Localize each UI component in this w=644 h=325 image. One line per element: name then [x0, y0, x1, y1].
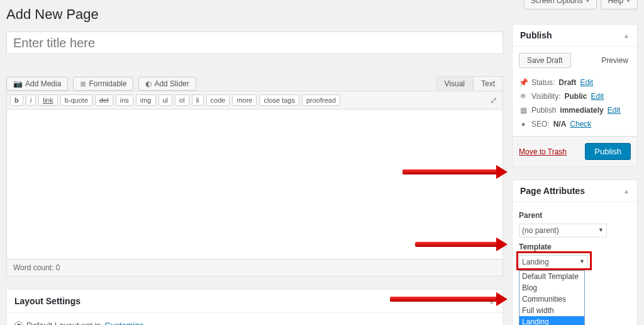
- template-option[interactable]: Communities: [519, 294, 584, 305]
- chevron-down-icon: ▼: [598, 227, 604, 233]
- publish-value: immediately: [560, 106, 603, 115]
- editor-toolbar: b i link b-quote del ins img ul ol li co…: [6, 91, 503, 110]
- chevron-down-icon: ▼: [585, 0, 590, 4]
- preview-button[interactable]: Preview: [599, 53, 631, 68]
- calendar-icon: ▦: [519, 106, 528, 115]
- pin-icon: 📌: [519, 78, 528, 87]
- page-attributes-title: Page Attributes: [520, 186, 585, 196]
- template-dropdown[interactable]: Default Template Blog Communities Full w…: [519, 270, 585, 325]
- visibility-label: Visibility:: [531, 92, 560, 101]
- code-button[interactable]: code: [206, 94, 230, 106]
- add-slider-label: Add Slider: [154, 79, 189, 88]
- formidable-button[interactable]: ≣ Formidable: [73, 77, 133, 91]
- template-option[interactable]: Full width: [519, 305, 584, 316]
- proofread-button[interactable]: proofread: [302, 94, 340, 106]
- bold-button[interactable]: b: [10, 94, 23, 106]
- publish-box: Publish ▲ Save Draft Preview 📌 Status: D…: [512, 24, 638, 167]
- template-option[interactable]: Blog: [519, 282, 584, 294]
- link-button[interactable]: link: [38, 94, 58, 106]
- formidable-label: Formidable: [89, 79, 126, 88]
- default-layout-label: Default Layout set in: [26, 321, 101, 325]
- status-edit-link[interactable]: Edit: [580, 78, 593, 87]
- publish-label: Publish: [531, 106, 556, 115]
- visibility-value: Public: [564, 92, 587, 101]
- publish-button[interactable]: Publish: [585, 143, 631, 160]
- ins-button[interactable]: ins: [116, 94, 133, 106]
- publish-edit-link[interactable]: Edit: [608, 106, 621, 115]
- editor-footer: Word count: 0: [6, 259, 503, 277]
- wordcount-label: Word count:: [13, 263, 53, 272]
- seo-label: SEO:: [531, 120, 550, 128]
- parent-value: (no parent): [522, 226, 559, 235]
- fullscreen-icon[interactable]: ⤢: [490, 95, 497, 105]
- collapse-icon[interactable]: ▲: [489, 298, 495, 305]
- slider-icon: ◐: [145, 79, 152, 88]
- status-label: Status:: [531, 78, 555, 87]
- layout-settings-title: Layout Settings: [14, 296, 80, 306]
- tab-text[interactable]: Text: [473, 76, 503, 91]
- blockquote-button[interactable]: b-quote: [60, 94, 92, 106]
- save-draft-button[interactable]: Save Draft: [519, 53, 571, 68]
- visibility-edit-link[interactable]: Edit: [591, 92, 604, 101]
- seo-value: N/A: [553, 120, 567, 128]
- page-title: Add New Page: [6, 0, 503, 31]
- form-icon: ≣: [80, 79, 86, 88]
- collapse-icon[interactable]: ▲: [623, 32, 630, 39]
- template-value: Landing: [522, 258, 549, 266]
- customize-link[interactable]: Customize: [105, 321, 143, 325]
- chevron-down-icon: ▼: [626, 0, 631, 4]
- seo-check-link[interactable]: Check: [570, 120, 591, 128]
- chevron-down-icon: ▼: [579, 258, 585, 265]
- img-button[interactable]: img: [136, 94, 156, 106]
- tab-visual[interactable]: Visual: [436, 76, 473, 91]
- more-button[interactable]: more: [232, 94, 257, 106]
- publish-title: Publish: [520, 30, 552, 40]
- template-label: Template: [519, 242, 631, 251]
- title-input[interactable]: [6, 31, 503, 54]
- eye-icon: 👁: [519, 92, 528, 101]
- help-button[interactable]: Help ▼: [601, 0, 638, 9]
- closetags-button[interactable]: close tags: [259, 94, 299, 106]
- screen-options-button[interactable]: Screen Options ▼: [524, 0, 597, 9]
- italic-button[interactable]: i: [26, 94, 36, 106]
- dot-icon: ●: [519, 120, 528, 128]
- li-button[interactable]: li: [192, 94, 204, 106]
- radio-default-layout[interactable]: [14, 321, 23, 325]
- camera-icon: 📷: [13, 79, 23, 88]
- collapse-icon[interactable]: ▲: [623, 188, 630, 195]
- ul-button[interactable]: ul: [158, 94, 173, 106]
- add-media-button[interactable]: 📷 Add Media: [6, 77, 68, 91]
- ol-button[interactable]: ol: [175, 94, 189, 106]
- help-label: Help: [608, 0, 623, 5]
- add-slider-button[interactable]: ◐ Add Slider: [138, 77, 196, 91]
- template-option-selected[interactable]: Landing: [519, 316, 584, 325]
- editor-textarea[interactable]: [6, 110, 503, 259]
- screen-options-label: Screen Options: [531, 0, 583, 5]
- parent-label: Parent: [519, 211, 631, 220]
- template-option[interactable]: Default Template: [519, 271, 584, 282]
- add-media-label: Add Media: [25, 79, 61, 88]
- del-button[interactable]: del: [95, 94, 113, 106]
- template-select[interactable]: Landing ▼: [519, 255, 588, 269]
- parent-select[interactable]: (no parent) ▼: [519, 224, 607, 237]
- status-value: Draft: [558, 78, 576, 87]
- page-attributes-box: Page Attributes ▲ Parent (no parent) ▼ T…: [512, 180, 638, 325]
- wordcount-value: 0: [56, 263, 60, 272]
- move-to-trash-link[interactable]: Move to Trash: [519, 147, 567, 156]
